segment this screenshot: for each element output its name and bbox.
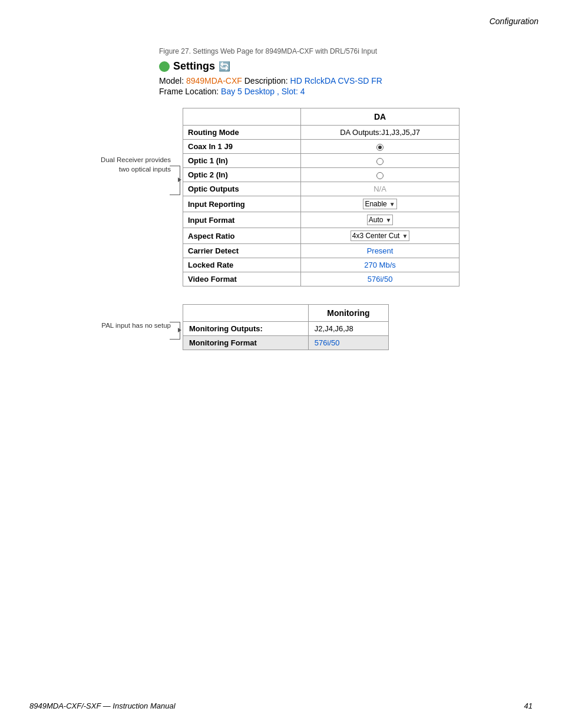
- coax-radio[interactable]: [376, 144, 384, 151]
- input-format-label: Input Format: [183, 212, 301, 228]
- da-empty-header: [183, 108, 301, 126]
- input-reporting-select-text: Enable: [365, 200, 386, 208]
- footer-left: 8949MDA-CXF/-SXF — Instruction Manual: [29, 701, 176, 710]
- da-header: DA: [301, 108, 459, 126]
- monitoring-section: PAL input has no setup Monitoring Monito…: [65, 304, 533, 350]
- aspect-ratio-arrow: ▼: [402, 233, 408, 239]
- monitoring-outputs-label: Monitoring Outputs:: [183, 322, 309, 336]
- tables-section: Dual Receiver providestwo optical inputs…: [65, 108, 533, 350]
- monitoring-outputs-value: J2,J4,J6,J8: [308, 322, 388, 336]
- optic2-label: Optic 2 (In): [183, 168, 301, 182]
- coax-value: [301, 140, 459, 154]
- optic-outputs-value: N/A: [301, 182, 459, 196]
- input-reporting-value: Enable ▼: [301, 196, 459, 212]
- monitoring-annotation-arrow: [178, 328, 181, 332]
- model-value: 8949MDA-CXF: [186, 76, 242, 85]
- input-reporting-select[interactable]: Enable ▼: [363, 199, 396, 209]
- carrier-detect-value: Present: [301, 244, 459, 258]
- settings-title: Settings: [173, 60, 215, 73]
- da-annotation-text: Dual Receiver providestwo optical inputs: [101, 155, 171, 174]
- frame-label: Frame Location:: [159, 87, 219, 96]
- aspect-ratio-select-text: 4x3 Center Cut: [352, 232, 400, 240]
- optic-outputs-label: Optic Outputs: [183, 182, 301, 196]
- optic-outputs-na: N/A: [373, 185, 386, 193]
- model-line: Model: 8949MDA-CXF Description: HD Rclck…: [159, 76, 533, 85]
- input-format-value: Auto ▼: [301, 212, 459, 228]
- optic2-value: [301, 168, 459, 182]
- da-table: DA Routing Mode DA Outputs:J1,J3,J5,J7 C…: [183, 108, 459, 286]
- optic1-radio[interactable]: [376, 158, 384, 165]
- main-content: Figure 27. Settings Web Page for 8949MDA…: [0, 47, 562, 350]
- video-format-label: Video Format: [183, 272, 301, 286]
- input-format-arrow: ▼: [385, 217, 391, 223]
- routing-mode-value: DA Outputs:J1,J3,J5,J7: [301, 126, 459, 140]
- input-format-select-text: Auto: [369, 216, 384, 224]
- locked-rate-value: 270 Mb/s: [301, 258, 459, 272]
- input-format-select[interactable]: Auto ▼: [367, 215, 394, 225]
- monitoring-format-value: 576i/50: [308, 336, 388, 350]
- input-reporting-label: Input Reporting: [183, 196, 301, 212]
- model-label: Model:: [159, 76, 184, 85]
- page-footer: 8949MDA-CXF/-SXF — Instruction Manual 41: [0, 701, 562, 710]
- optic2-radio[interactable]: [376, 172, 384, 179]
- figure-caption: Figure 27. Settings Web Page for 8949MDA…: [159, 47, 533, 55]
- optic1-value: [301, 154, 459, 168]
- frame-line: Frame Location: Bay 5 Desktop , Slot: 4: [159, 87, 533, 96]
- routing-mode-label: Routing Mode: [183, 126, 301, 140]
- settings-header: Settings 🔄: [159, 60, 533, 73]
- refresh-icon[interactable]: 🔄: [219, 61, 230, 72]
- monitoring-empty-header: [183, 305, 309, 322]
- coax-label: Coax In 1 J9: [183, 140, 301, 154]
- locked-rate-label: Locked Rate: [183, 258, 301, 272]
- optic1-label: Optic 1 (In): [183, 154, 301, 168]
- aspect-ratio-label: Aspect Ratio: [183, 228, 301, 244]
- video-format-value: 576i/50: [301, 272, 459, 286]
- status-indicator: [159, 61, 170, 72]
- desc-label-text: Description:: [244, 76, 288, 85]
- aspect-ratio-select[interactable]: 4x3 Center Cut ▼: [351, 230, 410, 241]
- da-annotation-arrow: [178, 177, 181, 182]
- page-header: Configuration: [490, 17, 538, 26]
- frame-value-text: Bay 5 Desktop , Slot: 4: [221, 87, 305, 96]
- input-reporting-arrow: ▼: [389, 201, 395, 207]
- desc-value-text: HD RclckDA CVS-SD FR: [290, 76, 382, 85]
- monitoring-table: Monitoring Monitoring Outputs: J2,J4,J6,…: [183, 304, 389, 350]
- carrier-detect-label: Carrier Detect: [183, 244, 301, 258]
- da-section: Dual Receiver providestwo optical inputs…: [65, 108, 533, 286]
- monitoring-annotation-text: PAL input has no setup: [101, 321, 171, 330]
- aspect-ratio-value: 4x3 Center Cut ▼: [301, 228, 459, 244]
- monitoring-format-label: Monitoring Format: [183, 336, 309, 350]
- monitoring-header: Monitoring: [308, 305, 388, 322]
- footer-right: 41: [524, 701, 533, 710]
